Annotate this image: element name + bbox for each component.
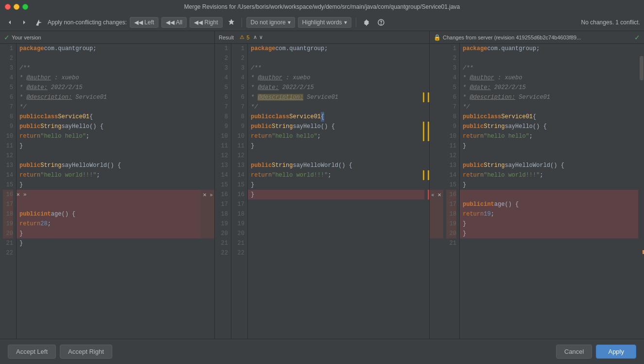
right-gutter-8 [430,112,443,122]
svg-point-1 [381,24,381,24]
middle-line-numbers-left: 12345 678910 1112131415 1617181920 2122 [215,44,231,339]
left-panel-title: Your version [12,35,41,40]
left-gutter-ln8 [201,112,214,122]
accept-left-button[interactable]: Accept Left [8,345,56,359]
right-gutter-21 [430,238,443,248]
left-panel-body[interactable]: 12345 678910 1112131415 16 17 18 19 20 2… [0,44,214,339]
maximize-button[interactable] [22,4,28,10]
conflict-status: No changes. 1 conflict. [581,19,640,26]
pin-button[interactable] [226,18,237,27]
right-panel-header: 🔒 Changes from server (revision 419255d6… [430,31,644,44]
left-gutter-ln6 [201,92,214,102]
separator1 [242,18,242,27]
right-gutter-20 [430,229,443,238]
accept-right-button[interactable]: Accept Right [60,345,112,359]
right-code-content[interactable]: package com.quantgroup; /** * @author : … [460,44,638,339]
middle-line-numbers-right: 12345 678910 1112131415 1617181920 2122 [231,44,248,339]
left-gutter-ln3 [201,63,214,73]
middle-panel-title: Result [219,35,234,40]
gutter-mark-1 [428,92,429,102]
right-gutter-12 [430,151,443,161]
left-conflict-gutter: ✕ » [201,44,214,339]
middle-right-gutter [424,44,429,339]
right-check-icon: ✓ [634,34,640,41]
right-gutter-13 [430,161,443,170]
left-gutter-ln15 [201,180,214,190]
left-gutter-ln9 [201,122,214,131]
minimize-button[interactable] [14,4,19,10]
left-gutter-ln20 [201,229,214,238]
left-gutter-ln19 [201,219,214,229]
traffic-lights [5,4,28,10]
right-label: ◀◀ Right [194,19,218,26]
middle-code-content[interactable]: package com.quantgroup; /** * @author : … [248,44,424,339]
nav-up-icon[interactable]: ∧ [253,34,257,40]
accept-left-arrow-icon[interactable]: » [210,192,213,198]
left-gutter-ln21 [201,238,214,248]
left-code-content[interactable]: package com.quantgroup; /** * @author : … [17,44,201,339]
right-conflict-marker[interactable]: « ✕ [430,190,443,200]
right-scrollbar[interactable] [638,44,644,339]
right-gutter-14 [430,170,443,180]
ignore-label: Do not ignore [251,19,286,26]
accept-right-x-icon[interactable]: ✕ [437,192,441,198]
right-gutter-15 [430,180,443,190]
dropdown-arrow: ▾ [288,19,291,26]
right-gutter-19 [430,219,443,229]
gutter-mark-4 [428,170,429,180]
cancel-button[interactable]: Cancel [556,345,592,359]
right-gutter-3 [430,63,443,73]
right-panel: 🔒 Changes from server (revision 419255d6… [430,31,644,339]
nav-next-button[interactable] [18,18,30,27]
highlight-words-button[interactable]: Highlight words ▾ [298,17,351,28]
left-gutter-ln13 [201,161,214,170]
left-panel: ✓ Your version 12345 678910 1112131415 1… [0,31,215,339]
right-line-numbers: 12345 678910 1112131415 16 17 18 19 20 2… [443,44,460,339]
middle-panel-body[interactable]: 12345 678910 1112131415 1617181920 2122 … [215,44,429,339]
ignore-dropdown[interactable]: Do not ignore ▾ [246,17,295,28]
left-gutter-ln2 [201,54,214,63]
right-gutter-1 [430,44,443,54]
left-gutter-ln10 [201,131,214,141]
right-panel-body[interactable]: « ✕ 12345 678910 1112131415 16 17 18 19 … [430,44,644,339]
accept-left-x-icon[interactable]: ✕ [203,192,207,198]
right-gutter-5 [430,83,443,92]
middle-panel-header: Result ⚠ 5 ∧ ∨ [215,31,429,44]
left-gutter-ln4 [201,73,214,83]
right-button[interactable]: ◀◀ Right [190,17,222,28]
left-button[interactable]: ◀◀ Left [130,17,158,28]
left-conflict-marker[interactable]: ✕ » [201,190,214,200]
nav-down-icon[interactable]: ∨ [259,34,263,40]
gutter-mark-3 [428,131,429,141]
warning-icon: ⚠ [240,34,244,40]
right-gutter-7 [430,102,443,112]
left-gutter-ln11 [201,141,214,151]
panels-wrapper: ✓ Your version 12345 678910 1112131415 1… [0,31,644,339]
right-gutter-6 [430,92,443,102]
apply-button[interactable]: Apply [596,345,636,359]
close-button[interactable] [5,4,11,10]
lock-icon: 🔒 [434,34,441,41]
bottom-right-actions: Cancel Apply [556,345,636,359]
nav-prev-button[interactable] [4,18,16,27]
right-gutter-4 [430,73,443,83]
right-gutter-9 [430,122,443,131]
warning-badge: ⚠ 5 [240,34,249,40]
all-button[interactable]: ◀◀ All [161,17,187,28]
left-gutter-ln14 [201,170,214,180]
bottom-bar: Accept Left Accept Right Cancel Apply [0,339,644,364]
highlight-arrow: ▾ [344,19,347,26]
middle-panel: Result ⚠ 5 ∧ ∨ 12345 678910 1112131415 1… [215,31,430,339]
right-panel-title: Changes from server (revision 419255d6b2… [443,35,581,40]
left-gutter-ln17 [201,200,214,209]
settings-button[interactable] [361,18,372,27]
help-button[interactable] [375,18,387,27]
right-gutter-2 [430,54,443,63]
scroll-thumb [640,56,644,80]
separator2 [356,18,356,27]
left-check-icon: ✓ [4,34,10,41]
right-gutter-17 [430,200,443,209]
left-gutter-ln12 [201,151,214,161]
magic-wand-button[interactable] [33,18,45,27]
accept-right-arrow-icon[interactable]: « [432,192,435,198]
